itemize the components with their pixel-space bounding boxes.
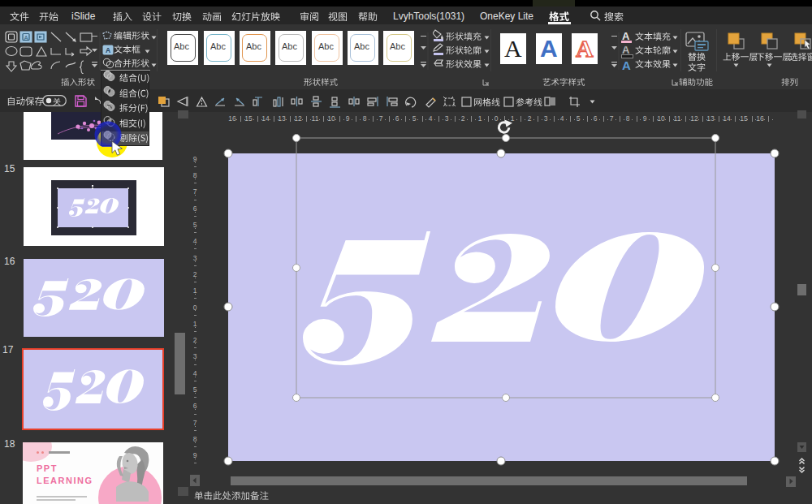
svg-text:A: A [24, 35, 28, 41]
svg-text:A: A [106, 46, 110, 54]
